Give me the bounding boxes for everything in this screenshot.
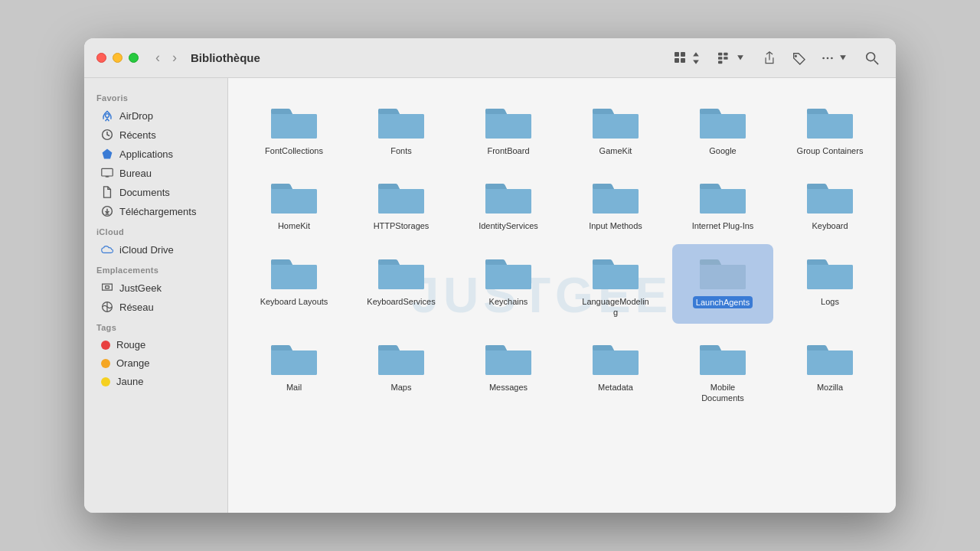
folder-icon [698, 337, 747, 377]
tag-icon [792, 51, 805, 65]
folder-label: GameKit [599, 145, 632, 156]
more-icon [821, 51, 835, 65]
folder-icon [591, 176, 640, 216]
folder-item-group-containers[interactable]: Group Containers [779, 93, 880, 162]
svg-rect-16 [102, 168, 113, 176]
apps-icon [101, 148, 113, 160]
folder-item-fontcollections[interactable]: FontCollections [243, 93, 345, 162]
folder-item-google[interactable]: Google [672, 93, 773, 162]
folder-item-mail[interactable]: Mail [243, 330, 345, 410]
folder-icon [698, 101, 747, 141]
folder-item-messages[interactable]: Messages [458, 330, 559, 410]
folder-label: HTTPStorages [374, 220, 430, 231]
folder-label: HomeKit [278, 220, 310, 231]
sidebar-item-bureau[interactable]: Bureau [89, 164, 223, 182]
folder-item-input-methods[interactable]: Input Methods [565, 168, 666, 237]
sidebar-item-documents[interactable]: Documents [89, 183, 223, 201]
back-button[interactable]: ‹ [151, 48, 165, 67]
finder-window: ‹ › Bibliothèque [84, 38, 896, 513]
svg-point-10 [827, 57, 829, 59]
sidebar-item-documents-label: Documents [119, 187, 170, 198]
folder-icon [377, 252, 426, 292]
folder-label: Messages [489, 382, 528, 393]
folder-icon [698, 252, 747, 292]
airdrop-icon [101, 109, 113, 122]
nav-buttons: ‹ › [151, 48, 181, 67]
folder-item-keyboardservices[interactable]: KeyboardServices [351, 244, 452, 324]
folder-label: Metadata [598, 382, 633, 393]
locations-label: Emplacements [84, 259, 227, 278]
folder-item-mobile-documents[interactable]: Mobile Documents [672, 330, 773, 410]
sidebar-item-justgeek[interactable]: JustGeek [89, 279, 223, 297]
folder-item-internet-plug-ins[interactable]: Internet Plug-Ins [672, 168, 773, 237]
sidebar-item-airdrop[interactable]: AirDrop [89, 106, 223, 125]
more-button[interactable] [816, 48, 854, 68]
folder-item-maps[interactable]: Maps [351, 330, 452, 410]
chevron-down-icon [733, 51, 747, 65]
folder-label: FontCollections [265, 145, 323, 156]
folder-icon [484, 101, 533, 141]
folder-label: Mozilla [817, 382, 843, 393]
chevron-down2-icon [836, 51, 850, 65]
folder-item-httpstorages[interactable]: HTTPStorages [351, 168, 452, 237]
sidebar-item-orange-label: Orange [116, 357, 149, 369]
group-button[interactable] [714, 48, 752, 68]
folder-icon [484, 337, 533, 377]
sidebar-item-recents-label: Récents [119, 129, 156, 141]
folder-icon [377, 176, 426, 216]
titlebar: ‹ › Bibliothèque [84, 38, 896, 78]
folder-icon [270, 101, 318, 141]
sidebar-item-rouge[interactable]: Rouge [89, 336, 223, 354]
svg-point-12 [867, 52, 875, 60]
folder-icon [591, 252, 640, 292]
orange-dot [101, 359, 110, 368]
minimize-button[interactable] [113, 53, 122, 63]
share-icon [763, 51, 776, 65]
folder-item-homekit[interactable]: HomeKit [243, 168, 345, 237]
folder-item-identityservices[interactable]: IdentityServices [458, 168, 559, 237]
sidebar-item-recents[interactable]: Récents [89, 126, 223, 144]
folder-item-keyboard-layouts[interactable]: Keyboard Layouts [243, 244, 345, 324]
folder-label: Mail [286, 382, 302, 393]
svg-rect-0 [675, 52, 679, 57]
main-content: JUSTGEEK FontCollections Fonts [228, 78, 896, 513]
folder-item-keychains[interactable]: Keychains [458, 244, 559, 324]
folder-item-metadata[interactable]: Metadata [565, 330, 666, 410]
sidebar-item-applications[interactable]: Applications [89, 145, 223, 163]
folder-icon [270, 252, 318, 292]
folder-item-keyboard[interactable]: Keyboard [779, 168, 880, 237]
folder-icon [484, 252, 533, 292]
folder-item-launchagents[interactable]: LaunchAgents [672, 244, 773, 324]
svg-rect-6 [718, 57, 722, 60]
close-button[interactable] [96, 53, 106, 63]
tag-button[interactable] [787, 48, 810, 68]
folder-item-gamekit[interactable]: GameKit [565, 93, 666, 162]
sidebar: Favoris AirDrop Récents [84, 78, 228, 513]
folder-item-logs[interactable]: Logs [779, 244, 880, 324]
sidebar-item-orange[interactable]: Orange [89, 354, 223, 372]
sidebar-item-telechargements[interactable]: Téléchargements [89, 202, 223, 220]
sidebar-item-icloud-drive[interactable]: iCloud Drive [89, 240, 223, 259]
folder-icon [270, 176, 318, 216]
folder-item-fonts[interactable]: Fonts [351, 93, 452, 162]
folder-label: Fonts [390, 145, 412, 156]
svg-point-11 [831, 57, 833, 59]
sidebar-item-applications-label: Applications [119, 148, 173, 160]
grid-view-button[interactable] [669, 48, 707, 68]
sidebar-item-jaune[interactable]: Jaune [89, 373, 223, 390]
folder-icon [805, 252, 854, 292]
folder-item-languagemodeling[interactable]: LanguageModeling [565, 244, 666, 324]
search-button[interactable] [861, 48, 884, 68]
folder-label: Internet Plug-Ins [692, 220, 754, 231]
folder-item-frontboard[interactable]: FrontBoard [458, 93, 559, 162]
group-icon [718, 51, 732, 65]
share-button[interactable] [758, 48, 781, 68]
folder-label: Maps [391, 382, 412, 393]
folder-item-mozilla[interactable]: Mozilla [779, 330, 880, 410]
maximize-button[interactable] [129, 53, 139, 63]
jaune-dot [101, 377, 110, 386]
folder-label: LaunchAgents [693, 296, 753, 308]
forward-button[interactable]: › [168, 48, 181, 67]
sidebar-item-reseau[interactable]: Réseau [89, 298, 223, 316]
folder-label: Logs [821, 296, 839, 307]
